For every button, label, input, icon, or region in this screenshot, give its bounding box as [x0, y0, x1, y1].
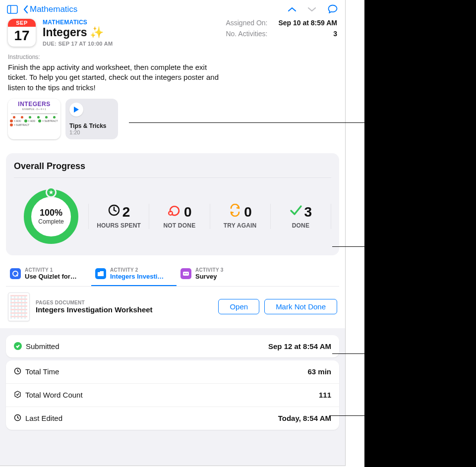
- mark-not-done-button[interactable]: Mark Not Done: [264, 299, 337, 314]
- instructions-label: Instructions:: [8, 54, 337, 60]
- submitted-card: Submitted Sep 12 at 8:54 AM: [6, 335, 339, 357]
- activities-count-value: 3: [333, 30, 337, 38]
- back-button[interactable]: Mathematics: [23, 4, 77, 14]
- annotation-panel: [364, 0, 476, 467]
- calendar-day: 17: [8, 27, 36, 44]
- instructions: Instructions: Finish the app activity an…: [0, 48, 345, 97]
- activity-tabs: ACTIVITY 1 Use Quizlet for… ACTIVITY 2 I…: [6, 262, 339, 287]
- activities-count-label: No. Activities:: [226, 30, 267, 38]
- poster-title: INTEGERS: [8, 101, 60, 108]
- stat-done: 3 DONE: [270, 204, 331, 229]
- not-done-icon: [167, 204, 182, 220]
- assigned-on-label: Assigned On:: [226, 19, 267, 27]
- document-row: PAGES DOCUMENT Integers Investigation Wo…: [0, 287, 345, 327]
- subject-label: MATHEMATICS: [43, 19, 219, 26]
- stat-try-again: 0 TRY AGAIN: [210, 204, 270, 229]
- try-again-icon: [228, 204, 242, 220]
- callout-line: [332, 246, 364, 247]
- assignment-meta: Assigned On: Sep 10 at 8:59 AM No. Activ…: [226, 19, 337, 47]
- attachments-row: INTEGERS EXAMPLE: -3 + 4 = 1 = ADD = ADD…: [0, 97, 345, 146]
- detail-total-time: Total Time 63 min: [6, 360, 339, 383]
- submitted-value: Sep 12 at 8:54 AM: [268, 342, 331, 350]
- stat-hours-spent: 2 HOURS SPENT: [88, 204, 149, 229]
- instructions-text: Finish the app activity and worksheet, t…: [8, 62, 226, 93]
- tab-activity-2[interactable]: ACTIVITY 2 Integers Investi…: [91, 262, 177, 286]
- assignment-title: Integers ✨: [43, 26, 219, 39]
- details-card: Total Time 63 min Total Word Count 111 L…: [6, 360, 339, 430]
- details-section: Submitted Sep 12 at 8:54 AM Total Time 6…: [0, 328, 345, 466]
- assigned-on-value: Sep 10 at 8:59 AM: [278, 19, 337, 27]
- audio-duration: 1:20: [69, 129, 114, 135]
- nav-bar: Mathematics: [0, 0, 345, 18]
- play-icon[interactable]: [69, 103, 83, 117]
- submitted-check-icon: [14, 342, 22, 350]
- clock-icon: [108, 204, 120, 220]
- detail-word-count: Total Word Count 111: [6, 383, 339, 407]
- badge-icon: [14, 391, 21, 400]
- svg-point-7: [185, 273, 186, 274]
- callout-line: [129, 122, 364, 123]
- sparkle-icon: ✨: [90, 26, 104, 39]
- chat-icon[interactable]: [327, 4, 338, 15]
- overall-progress-title: Overall Progress: [14, 161, 331, 178]
- due-label: DUE: SEP 17 AT 10:00 AM: [43, 41, 219, 47]
- callout-line: [329, 415, 364, 416]
- progress-percent: 100%: [40, 208, 62, 218]
- chevron-up-icon[interactable]: [288, 6, 297, 12]
- star-badge-icon: [46, 187, 57, 198]
- clock-small-icon: [14, 414, 21, 423]
- stat-not-done: 0 NOT DONE: [149, 204, 209, 229]
- svg-rect-0: [7, 5, 17, 13]
- document-title: Integers Investigation Worksheet: [36, 305, 212, 314]
- attachment-poster[interactable]: INTEGERS EXAMPLE: -3 + 4 = 1 = ADD = ADD…: [8, 99, 60, 139]
- open-button[interactable]: Open: [218, 299, 259, 314]
- callout-line: [332, 353, 364, 354]
- back-label: Mathematics: [30, 4, 77, 14]
- audio-title: Tips & Tricks: [69, 122, 114, 129]
- overall-progress-panel: Overall Progress 100% Complete 2 HOURS S…: [6, 153, 339, 255]
- sidebar-toggle-icon[interactable]: [7, 5, 18, 14]
- svg-point-8: [187, 273, 188, 274]
- document-thumbnail[interactable]: [8, 292, 30, 321]
- attachment-audio[interactable]: Tips & Tricks 1:20: [65, 99, 118, 139]
- chevron-down-icon[interactable]: [307, 6, 316, 12]
- app-window: Mathematics SEP 17 MATHEMATICS Integers …: [0, 0, 346, 466]
- submitted-label: Submitted: [26, 342, 60, 350]
- document-type-label: PAGES DOCUMENT: [36, 300, 212, 305]
- files-icon: [95, 268, 106, 279]
- quizlet-icon: [10, 268, 21, 279]
- svg-point-6: [184, 273, 185, 274]
- tab-activity-1[interactable]: ACTIVITY 1 Use Quizlet for…: [6, 262, 91, 286]
- clock-small-icon: [14, 367, 21, 376]
- tab-activity-3[interactable]: ACTIVITY 3 Survey: [177, 262, 262, 286]
- progress-ring: 100% Complete: [14, 188, 88, 245]
- progress-complete-label: Complete: [38, 218, 63, 225]
- calendar-icon: SEP 17: [8, 19, 36, 47]
- done-check-icon: [290, 204, 302, 220]
- survey-icon: [180, 268, 191, 279]
- detail-last-edited: Last Edited Today, 8:54 AM: [6, 407, 339, 430]
- assignment-header: SEP 17 MATHEMATICS Integers ✨ DUE: SEP 1…: [0, 18, 345, 48]
- calendar-month: SEP: [8, 19, 36, 27]
